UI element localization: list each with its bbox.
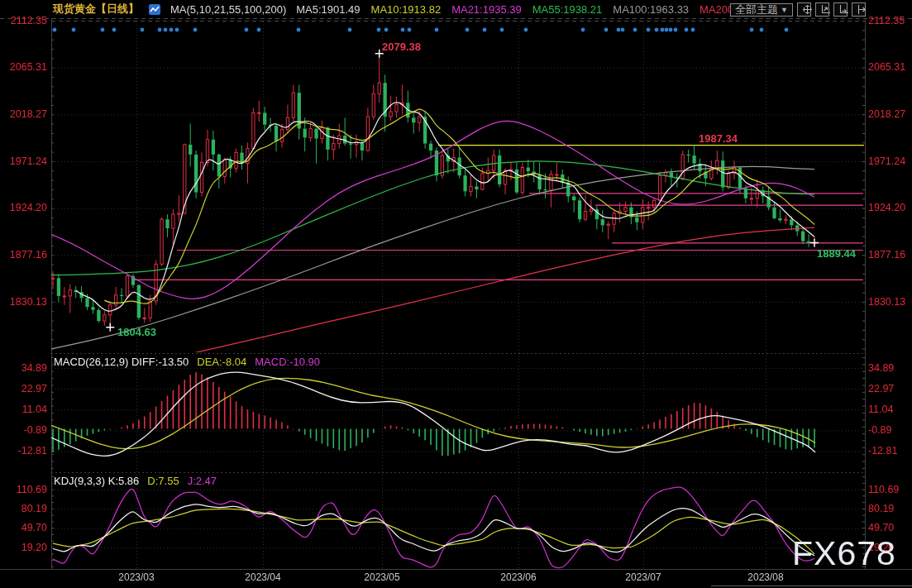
axis-scale-icon [821, 5, 830, 14]
indicator-value-label: MACD:-10.90 [255, 356, 320, 368]
chart-toolbar: 全部主题 ▼ [730, 2, 866, 17]
price-axis-tick-left: 2065.31 [0, 61, 47, 74]
ma-value: MA10:1913.82 [371, 3, 442, 16]
symbol-name: 现货黄金 [53, 2, 96, 15]
price-axis-tick-left: 1877.16 [0, 249, 47, 261]
indicator-value-label: J:2.47 [188, 475, 217, 487]
chart-type-icon[interactable] [149, 4, 160, 15]
price-axis-tick-right: 2065.31 [868, 61, 905, 74]
expand-axis-icon [857, 5, 867, 14]
price-axis-tick-left: 1924.20 [0, 202, 47, 214]
macd-axis-tick-right: -12.81 [868, 445, 897, 457]
ma-values-legend: MA5:1901.49MA10:1913.82MA21:1935.39MA55:… [296, 3, 769, 16]
price-axis-tick-right: 1830.13 [868, 296, 905, 308]
low-label: 1804.63 [117, 326, 156, 338]
kdj-indicator-header[interactable]: KDJ(9,3,3) K:5.86D:7.55J:2.47 [54, 475, 217, 487]
macd-axis-tick-right: -0.89 [868, 424, 892, 437]
themes-dropdown-button[interactable]: 全部主题 ▼ [730, 3, 793, 17]
price-axis-tick-left: 2112.35 [0, 15, 47, 27]
macd-axis-tick-right: 34.89 [868, 362, 894, 375]
chart-header: 现货黄金【日线】 MA(5,10,21,55,100,200) MA5:1901… [53, 2, 770, 17]
price-axis-tick-right: 1877.16 [868, 249, 905, 261]
ma-value: MA21:1935.39 [451, 3, 522, 16]
macd-axis-tick-right: 11.04 [868, 404, 893, 416]
time-axis-scale-button[interactable] [833, 2, 848, 17]
price-axis-tick-left: 1971.24 [0, 155, 47, 168]
ma-settings-label[interactable]: MA(5,10,21,55,100,200) [170, 3, 286, 16]
kdj-axis-tick-right: 110.69 [868, 484, 899, 496]
kdj-axis-tick-left: 19.20 [0, 542, 47, 554]
dropdown-arrow-icon: ▼ [781, 3, 788, 17]
kdj-axis-tick-right: 49.70 [868, 522, 894, 534]
indicator-value-label: MACD(26,12,9) DIFF:-13.50 [54, 356, 189, 368]
x-axis-month-label: 2023/07 [614, 571, 672, 583]
kdj-axis-tick-right: 80.19 [868, 503, 894, 515]
kdj-axis-tick-left: 49.70 [0, 522, 47, 534]
kdj-axis-tick-left: 80.19 [0, 503, 47, 515]
chart-canvas[interactable] [0, 0, 912, 588]
indicator-value-label: D:7.55 [147, 475, 179, 487]
macd-axis-tick-left: 11.04 [0, 404, 47, 416]
move-icon [803, 5, 812, 14]
ma-value: MA55:1938.21 [532, 3, 603, 16]
x-axis-month-label: 2023/08 [737, 571, 795, 583]
x-axis-month-label: 2023/05 [353, 571, 411, 583]
pan-tool-button[interactable] [797, 2, 811, 17]
trading-chart-window: 现货黄金【日线】 MA(5,10,21,55,100,200) MA5:1901… [0, 0, 912, 588]
high-label: 2079.38 [382, 41, 421, 53]
macd-axis-tick-left: 34.89 [0, 362, 47, 375]
resistance-label: 1987.34 [699, 132, 738, 145]
price-axis-tick-right: 2018.27 [868, 108, 905, 121]
macd-indicator-header[interactable]: MACD(26,12,9) DIFF:-13.50DEA:-8.04MACD:-… [54, 356, 320, 368]
x-axis-month-label: 2023/06 [489, 571, 547, 583]
period-tag: 【日线】 [96, 2, 139, 15]
fx678-watermark: FX678 [792, 534, 896, 573]
macd-axis-tick-left: -12.81 [0, 445, 47, 457]
value-axis-scale-button[interactable] [815, 2, 829, 17]
ma-value: MA5:1901.49 [296, 3, 360, 16]
last-price-label: 1889.44 [817, 247, 856, 260]
axis-arrow-icon [839, 5, 848, 14]
themes-dropdown-label: 全部主题 [735, 3, 778, 17]
price-axis-tick-left: 1830.13 [0, 296, 47, 308]
reset-scale-button[interactable] [852, 2, 866, 17]
x-axis-month-label: 2023/03 [107, 571, 165, 583]
indicator-value-label: DEA:-8.04 [197, 356, 246, 368]
price-axis-tick-right: 1971.24 [868, 155, 905, 168]
macd-axis-tick-left: -0.89 [0, 424, 47, 437]
symbol-title[interactable]: 现货黄金【日线】 [53, 2, 139, 17]
macd-axis-tick-right: 22.97 [868, 383, 894, 395]
x-axis-month-label: 2023/04 [234, 571, 292, 583]
macd-axis-tick-left: 22.97 [0, 383, 47, 395]
price-axis-tick-left: 2018.27 [0, 108, 47, 121]
price-axis-tick-right: 2112.35 [868, 15, 905, 27]
kdj-axis-tick-left: 110.69 [0, 484, 47, 496]
indicator-value-label: KDJ(9,3,3) K:5.86 [54, 475, 139, 487]
price-axis-tick-right: 1924.20 [868, 202, 905, 214]
ma-value: MA100:1963.33 [613, 3, 689, 16]
